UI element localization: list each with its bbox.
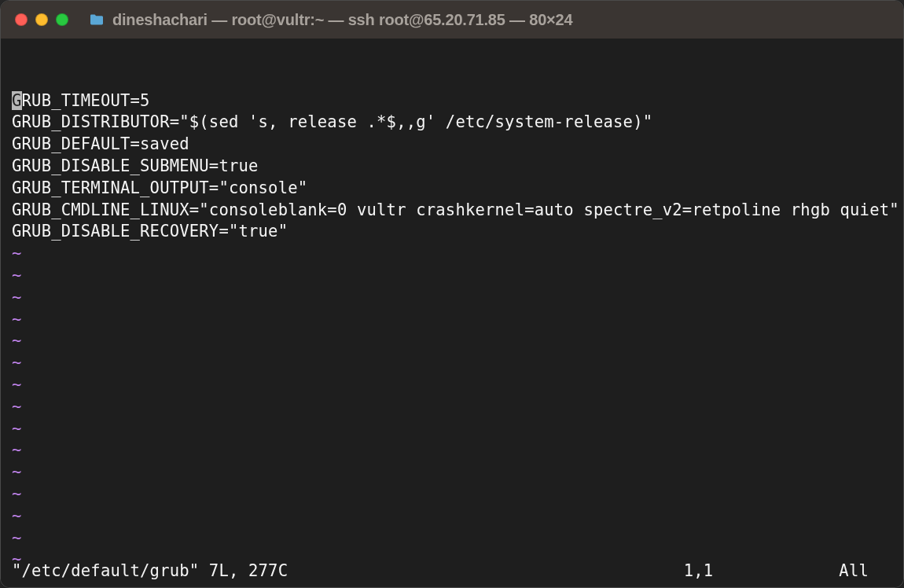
empty-line-tilde: ~ — [12, 265, 900, 287]
empty-line-tilde: ~ — [12, 330, 900, 352]
empty-line-tilde: ~ — [12, 483, 900, 505]
content-line: GRUB_TIMEOUT=5 — [12, 90, 900, 112]
empty-line-tilde: ~ — [12, 505, 900, 527]
empty-line-tilde: ~ — [12, 309, 900, 331]
terminal-body[interactable]: GRUB_TIMEOUT=5GRUB_DISTRIBUTOR="$(sed 's… — [1, 39, 903, 587]
window-title: dineshachari — root@vultr:~ — ssh root@6… — [112, 11, 572, 29]
terminal-window: dineshachari — root@vultr:~ — ssh root@6… — [0, 0, 904, 588]
content-line: GRUB_DEFAULT=saved — [12, 134, 900, 156]
content-line: GRUB_CMDLINE_LINUX="consoleblank=0 vultr… — [12, 200, 900, 222]
status-cursor-position: 1,1 — [684, 560, 714, 582]
traffic-lights — [15, 13, 68, 26]
close-button[interactable] — [15, 13, 28, 26]
content-line: GRUB_TERMINAL_OUTPUT="console" — [12, 178, 900, 200]
editor-content[interactable]: GRUB_TIMEOUT=5GRUB_DISTRIBUTOR="$(sed 's… — [12, 90, 900, 571]
empty-line-tilde: ~ — [12, 527, 900, 549]
cursor: G — [12, 91, 22, 110]
content-line: GRUB_DISABLE_RECOVERY="true" — [12, 221, 900, 243]
empty-line-tilde: ~ — [12, 374, 900, 396]
empty-line-tilde: ~ — [12, 396, 900, 418]
empty-line-tilde: ~ — [12, 243, 900, 265]
minimize-button[interactable] — [35, 13, 48, 26]
content-line: GRUB_DISABLE_SUBMENU=true — [12, 156, 900, 178]
status-scroll-indicator: All — [839, 560, 869, 582]
empty-line-tilde: ~ — [12, 461, 900, 483]
vim-status-line: "/etc/default/grub" 7L, 277C 1,1 All — [12, 560, 892, 582]
folder-icon — [89, 13, 105, 26]
empty-line-tilde: ~ — [12, 418, 900, 440]
empty-line-tilde: ~ — [12, 352, 900, 374]
empty-line-tilde: ~ — [12, 287, 900, 309]
status-file-info: "/etc/default/grub" 7L, 277C — [12, 560, 288, 582]
titlebar[interactable]: dineshachari — root@vultr:~ — ssh root@6… — [1, 1, 903, 39]
maximize-button[interactable] — [56, 13, 68, 26]
content-line: GRUB_DISTRIBUTOR="$(sed 's, release .*$,… — [12, 112, 900, 134]
empty-line-tilde: ~ — [12, 439, 900, 461]
